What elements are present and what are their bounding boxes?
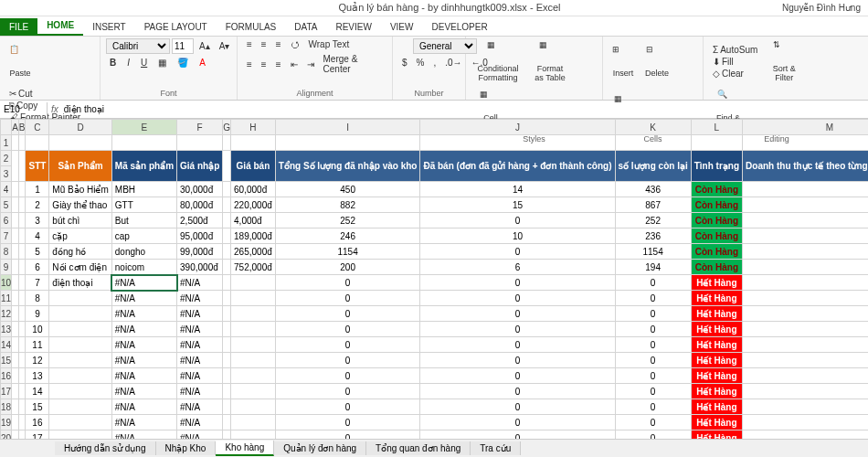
cell[interactable]: Hết Hàng [691,368,742,384]
cell[interactable] [18,213,26,228]
cell[interactable] [49,353,111,368]
align-left-button[interactable]: ≡ [243,53,256,75]
row-header[interactable]: 3 [1,166,12,182]
cell[interactable]: điện thoại [49,275,111,291]
cell[interactable]: 246 [275,228,420,244]
cell[interactable]: #N/A [111,399,176,415]
merge-center-button[interactable]: Merge & Center [320,53,386,75]
cell[interactable]: đ [743,353,868,368]
cell[interactable]: Hết Hàng [691,291,742,306]
fill-button[interactable]: ⬇Fill [709,56,761,68]
cell[interactable]: 14 [26,384,49,399]
cell[interactable] [223,244,231,260]
cell[interactable]: 1,822,000đ [743,197,868,213]
cell[interactable] [231,353,276,368]
cell[interactable]: 882 [275,197,420,213]
cell[interactable] [12,337,19,353]
align-top-button[interactable]: ≡ [243,38,256,50]
cell[interactable]: Hết Hàng [691,384,742,399]
cell[interactable] [177,135,223,151]
cell[interactable]: 30,000đ [177,182,223,197]
border-button[interactable]: ▦ [154,57,170,69]
cell[interactable]: 8 [26,291,49,306]
cell[interactable] [18,135,26,151]
cell[interactable]: 0 [615,415,691,430]
cell[interactable] [231,291,276,306]
paste-button[interactable]: 📋Paste [5,38,35,84]
column-header[interactable]: A [12,120,19,135]
cell[interactable]: 0 [420,244,615,260]
cell[interactable] [231,275,276,291]
cell[interactable]: Hết Hàng [691,322,742,337]
autosum-button[interactable]: ΣAutoSum [709,44,761,56]
ribbon-tab-data[interactable]: DATA [285,18,326,36]
cell[interactable]: đ [743,384,868,399]
cell[interactable] [49,399,111,415]
cell[interactable]: GTT [111,197,176,213]
cell[interactable] [12,182,19,197]
cell[interactable]: đ [743,306,868,322]
ribbon-tab-review[interactable]: REVIEW [326,18,380,36]
cell[interactable] [18,353,26,368]
column-header[interactable]: K [615,120,691,135]
cell[interactable] [231,368,276,384]
table-header-cell[interactable]: Giá bán [231,151,276,182]
sheet-tab[interactable]: Kho hàng [216,441,274,456]
cell[interactable] [18,399,26,415]
cell[interactable] [18,368,26,384]
table-header-cell[interactable]: Giá nhập [177,151,223,182]
cell[interactable] [12,384,19,399]
cell[interactable]: 0 [275,275,420,291]
cell[interactable]: 95,000đ [177,228,223,244]
cell[interactable] [223,430,231,440]
table-header-cell[interactable] [223,151,231,182]
cell[interactable]: #N/A [111,337,176,353]
cell[interactable]: #N/A [111,353,176,368]
cell[interactable]: đ [743,430,868,440]
conditional-formatting-button[interactable]: ▦Conditional Formatting [471,38,524,84]
cell[interactable]: 0 [615,337,691,353]
sheet-tab[interactable]: Quản lý đơn hàng [274,441,366,455]
font-name-select[interactable]: Calibri [106,38,170,54]
orientation-button[interactable]: ⭯ [287,38,303,50]
cell[interactable] [49,368,111,384]
cell[interactable]: 0 [420,306,615,322]
cell[interactable]: Còn Hàng [691,260,742,275]
table-header-cell[interactable]: Doanh thu thực tế theo từng sản phẩm [743,151,868,182]
cell[interactable]: #N/A [177,430,223,440]
table-header-cell[interactable]: Mã sản phẩm [111,151,176,182]
cell[interactable] [231,306,276,322]
cell[interactable]: 6 [420,260,615,275]
cell[interactable]: đ [743,244,868,260]
cell[interactable]: #N/A [111,291,176,306]
row-header[interactable]: 18 [1,399,12,415]
underline-button[interactable]: U [137,57,151,69]
cell[interactable]: 450 [275,182,420,197]
cell[interactable]: #N/A [111,415,176,430]
cell[interactable] [223,322,231,337]
decrease-indent-button[interactable]: ⇤ [287,53,302,75]
increase-indent-button[interactable]: ⇥ [303,53,318,75]
cell[interactable] [12,399,19,415]
column-header[interactable]: J [420,120,615,135]
cell[interactable]: #N/A [177,337,223,353]
cell[interactable] [18,197,26,213]
cell[interactable]: 10 [420,228,615,244]
column-header[interactable]: B [18,120,26,135]
cell[interactable] [12,213,19,228]
cell[interactable]: Còn Hàng [691,197,742,213]
cell[interactable]: 220,000đ [231,197,276,213]
cell[interactable]: 0 [275,384,420,399]
cell[interactable]: 0 [275,368,420,384]
cell[interactable]: #N/A [111,368,176,384]
cell[interactable]: 194 [615,260,691,275]
cell[interactable]: 0 [420,337,615,353]
cell[interactable] [18,244,26,260]
cell[interactable] [231,430,276,440]
name-box[interactable]: E10 [0,102,48,116]
cell[interactable]: đ [743,213,868,228]
cell[interactable]: noicom [111,260,176,275]
cell[interactable] [743,135,868,151]
sheet-tab[interactable]: Tổng quan đơn hàng [366,441,471,455]
cell[interactable]: 0 [615,322,691,337]
